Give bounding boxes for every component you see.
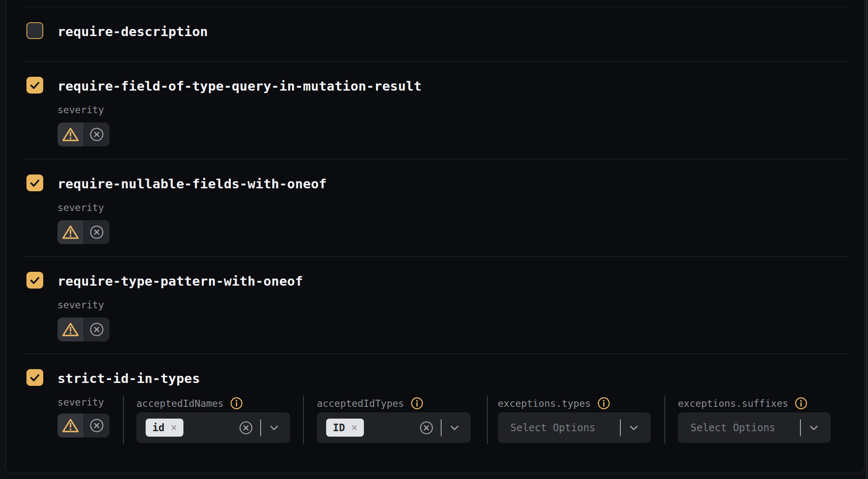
info-icon[interactable]: [410, 397, 424, 410]
clear-selection-icon[interactable]: [419, 421, 434, 435]
chevron-down-icon[interactable]: [268, 422, 280, 434]
option-label-text: acceptedIdNames: [136, 398, 224, 409]
column-divider: [303, 396, 304, 444]
severity-off-button[interactable]: [84, 414, 110, 437]
severity-warn-button[interactable]: [58, 220, 84, 244]
chevron-down-icon[interactable]: [449, 422, 460, 434]
warning-triangle-icon: [62, 224, 79, 240]
severity-label: severity: [58, 202, 104, 213]
info-icon[interactable]: [230, 397, 243, 410]
severity-off-button[interactable]: [84, 220, 110, 244]
check-icon: [29, 274, 41, 286]
chevron-down-icon[interactable]: [808, 422, 820, 434]
scrollbar[interactable]: [866, 0, 867, 479]
dropdown-separator: [620, 419, 621, 436]
severity-warn-button[interactable]: [58, 122, 84, 146]
rule-checkbox-strict-id-in-types[interactable]: [26, 369, 43, 386]
severity-toggle-group: [58, 122, 110, 146]
warning-triangle-icon: [62, 418, 79, 433]
severity-off-button[interactable]: [84, 122, 110, 146]
multiselect-acceptedIdNames[interactable]: id: [136, 412, 290, 443]
severity-toggle-group: [58, 220, 110, 244]
chip: ID: [326, 419, 364, 437]
info-icon[interactable]: [795, 397, 808, 410]
check-icon: [29, 79, 41, 91]
option-label-exceptions-types: exceptions.types: [498, 397, 610, 410]
rule-checkbox-require-description[interactable]: [26, 22, 43, 39]
circle-x-icon: [89, 418, 104, 433]
severity-label: severity: [58, 397, 104, 408]
severity-warn-button[interactable]: [58, 414, 84, 437]
severity-toggle-group: [58, 414, 110, 437]
severity-label: severity: [58, 104, 104, 115]
row-divider: [24, 159, 848, 159]
warning-triangle-icon: [62, 322, 79, 337]
check-icon: [29, 371, 41, 384]
warning-triangle-icon: [62, 127, 79, 142]
option-label-acceptedIdNames: acceptedIdNames: [136, 397, 243, 410]
chevron-down-icon[interactable]: [628, 422, 640, 434]
clear-selection-icon[interactable]: [239, 421, 253, 435]
chip-remove-x-icon[interactable]: [170, 423, 178, 432]
option-label-text: acceptedIdTypes: [317, 398, 404, 409]
multiselect-acceptedIdTypes[interactable]: ID: [317, 412, 471, 443]
severity-warn-button[interactable]: [58, 318, 84, 341]
option-label-acceptedIdTypes: acceptedIdTypes: [317, 397, 424, 410]
dropdown-separator: [441, 419, 442, 436]
rule-title: strict-id-in-types: [58, 371, 200, 386]
rules-config-panel: require-description require-field-of-typ…: [5, 0, 865, 473]
severity-label: severity: [58, 299, 104, 310]
rule-title: require-nullable-fields-with-oneof: [58, 176, 327, 191]
circle-x-icon: [89, 127, 104, 142]
chip: id: [146, 419, 183, 437]
column-divider: [487, 396, 488, 444]
select-exceptions-suffixes[interactable]: Select Options: [678, 412, 831, 443]
severity-off-button[interactable]: [84, 318, 110, 341]
rule-checkbox-require-field-of-type-query-in-mutation-result[interactable]: [26, 77, 43, 94]
rule-title: require-field-of-type-query-in-mutation-…: [58, 78, 422, 94]
rule-checkbox-require-nullable-fields-with-oneof[interactable]: [26, 174, 43, 191]
dropdown-separator: [260, 419, 261, 436]
row-divider: [24, 256, 848, 257]
chip-text: ID: [333, 423, 345, 433]
row-divider: [24, 61, 848, 62]
option-label-exceptions-suffixes: exceptions.suffixes: [678, 397, 808, 410]
chip-text: id: [152, 423, 165, 433]
rule-title: require-type-pattern-with-oneof: [58, 273, 303, 289]
circle-x-icon: [89, 225, 104, 240]
option-label-text: exceptions.suffixes: [678, 398, 788, 409]
select-placeholder: Select Options: [690, 422, 775, 434]
column-divider: [123, 396, 124, 444]
option-label-text: exceptions.types: [498, 398, 591, 409]
rule-title: require-description: [58, 24, 208, 39]
dropdown-separator: [800, 419, 801, 436]
row-divider: [24, 354, 848, 354]
info-icon[interactable]: [597, 397, 610, 410]
circle-x-icon: [89, 322, 104, 337]
column-divider: [664, 396, 665, 444]
select-placeholder: Select Options: [510, 422, 595, 434]
severity-toggle-group: [58, 318, 110, 341]
check-icon: [29, 177, 41, 189]
chip-remove-x-icon[interactable]: [350, 423, 359, 432]
select-exceptions-types[interactable]: Select Options: [498, 412, 651, 443]
row-divider: [24, 7, 848, 7]
rule-checkbox-require-type-pattern-with-oneof[interactable]: [26, 272, 43, 289]
